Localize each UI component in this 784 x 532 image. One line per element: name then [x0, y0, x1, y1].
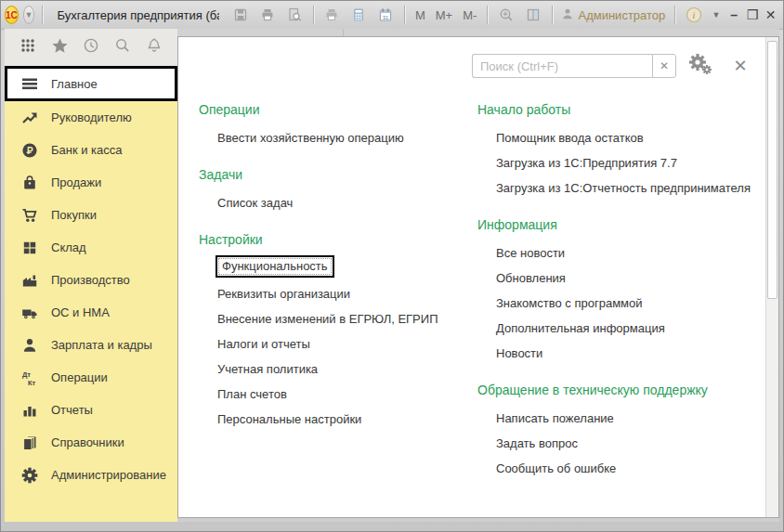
svg-text:P: P [27, 145, 33, 155]
content-link[interactable]: Ввести хозяйственную операцию [217, 125, 404, 150]
section-title: Настройки [199, 232, 477, 247]
sidebar-item-spravochniki[interactable]: Справочники [5, 426, 177, 459]
ruble-circle-icon: P [20, 142, 39, 159]
sidebar-item-proizvodstvo[interactable]: Производство [5, 264, 177, 296]
separator [552, 6, 553, 24]
panel-toolbar: ✕ ✕ [178, 37, 778, 78]
sidebar-item-bank-i-kassa[interactable]: PБанк и касса [5, 134, 177, 166]
save-button[interactable] [229, 5, 252, 25]
close-panel-button[interactable]: ✕ [725, 54, 756, 78]
content-link[interactable]: Помощник ввода остатков [496, 125, 644, 150]
section-sidebar: ГлавноеРуководителюPБанк и кассаПродажиП… [5, 29, 177, 522]
app-window: 1С ▼ Бухгалтерия предприятия (баз... (1С… [0, 0, 784, 532]
sidebar-item-rukovoditelyu[interactable]: Руководителю [5, 101, 177, 134]
hamburger-icon [20, 75, 39, 92]
person-icon [20, 337, 39, 354]
content-link[interactable]: Загрузка из 1С:Отчетность предпринимател… [496, 175, 751, 201]
calculator-button[interactable] [347, 5, 370, 25]
sidebar-toolbar [5, 29, 177, 66]
content-link[interactable]: Обновления [496, 266, 566, 291]
1c-logo-icon[interactable]: 1С [5, 6, 19, 24]
factory-icon [20, 272, 39, 289]
content-link[interactable]: Новости [496, 341, 542, 366]
vertical-scrollbar[interactable] [765, 37, 778, 517]
memory-add-button[interactable]: M+ [433, 5, 455, 25]
search-input[interactable] [472, 54, 652, 78]
close-window-button[interactable]: ✕ [764, 5, 777, 25]
content-link[interactable]: Знакомство с программой [496, 291, 643, 316]
gears-icon [688, 53, 712, 79]
zoom-button[interactable] [495, 5, 517, 25]
content-link[interactable]: Список задач [217, 190, 293, 215]
info-button[interactable]: i [683, 5, 705, 25]
sidebar-item-label: Руководителю [51, 110, 132, 124]
sidebar-item-label: Зарплата и кадры [51, 338, 152, 352]
content-link[interactable]: Загрузка из 1С:Предприятия 7.7 [496, 150, 677, 175]
section-title: Задачи [199, 167, 477, 182]
search-icon [114, 37, 131, 58]
separator [313, 6, 314, 24]
page-magnifier-icon [287, 7, 302, 22]
minimize-button[interactable]: – [727, 5, 741, 25]
user-icon [561, 7, 574, 23]
settings-button[interactable] [687, 54, 713, 78]
history-button[interactable] [81, 37, 101, 58]
content-link[interactable]: Реквизиты организации [217, 281, 350, 306]
content-link[interactable]: Сообщить об ошибке [496, 456, 616, 481]
content-link[interactable]: Дополнительная информация [496, 316, 665, 341]
search-menu-button[interactable] [112, 37, 133, 58]
content-link[interactable]: Внесение изменений в ЕГРЮЛ, ЕГРИП [217, 306, 438, 331]
sidebar-item-zarplata-i-kadry[interactable]: Зарплата и кадры [5, 329, 177, 361]
content-link[interactable]: Персональные настройки [217, 407, 361, 432]
maximize-button[interactable]: ❒ [746, 5, 760, 25]
content-link[interactable]: Задать вопрос [496, 431, 578, 456]
content-link-focused[interactable]: Функциональность [216, 255, 334, 278]
sidebar-item-operacii[interactable]: ДтКтОперации [5, 361, 177, 394]
svg-text:31: 31 [383, 15, 389, 20]
content-column-right: Начало работыПомощник ввода остатковЗагр… [477, 102, 751, 498]
sidebar-item-sklad[interactable]: Склад [5, 231, 177, 264]
trend-up-icon [20, 110, 39, 126]
start-page-content: ОперацииВвести хозяйственную операциюЗад… [178, 78, 778, 498]
start-page-panel: ✕ ✕ ОперацииВвести хозяйственную операци… [177, 36, 779, 518]
chevron-down-icon: ▼ [712, 10, 720, 19]
sidebar-item-glavnoe[interactable]: Главное [5, 66, 177, 101]
content-link[interactable]: План счетов [217, 382, 287, 407]
shopping-bag-icon [20, 175, 39, 191]
memory-store-button[interactable]: M [412, 5, 428, 25]
split-view-button[interactable] [522, 5, 544, 25]
content-link[interactable]: Написать пожелание [496, 406, 614, 431]
separator [487, 6, 488, 24]
notifications-button[interactable] [144, 37, 164, 58]
sidebar-item-pokupki[interactable]: Покупки [5, 199, 177, 231]
quick-print-button[interactable] [320, 5, 343, 25]
content-link[interactable]: Все новости [496, 240, 565, 266]
window-title: Бухгалтерия предприятия (баз... (1С:Пред… [58, 8, 219, 22]
sidebar-menu: ГлавноеРуководителюPБанк и кассаПродажиП… [5, 66, 177, 522]
content-section: ОперацииВвести хозяйственную операцию [199, 102, 477, 150]
content-section: НастройкиФункциональностьРеквизиты орган… [199, 232, 477, 432]
info-circle-icon: i [686, 6, 702, 23]
calculator-icon [351, 7, 366, 22]
content-link[interactable]: Налоги и отчеты [217, 331, 310, 357]
current-user-button[interactable]: Администратор [561, 7, 665, 23]
app-body: ГлавноеРуководителюPБанк и кассаПродажиП… [5, 29, 779, 522]
sidebar-item-administrirovanie[interactable]: Администрирование [5, 459, 177, 491]
system-menu-dropdown-button[interactable]: ▼ [23, 6, 34, 24]
sidebar-item-os-i-nma[interactable]: ОС и НМА [5, 296, 177, 329]
tools-menu-button[interactable] [18, 37, 38, 58]
scrollbar-thumb[interactable] [767, 41, 777, 299]
calendar-button[interactable]: 31 [374, 5, 397, 25]
print-button[interactable] [256, 5, 279, 25]
floppy-icon [233, 7, 248, 22]
sidebar-item-prodazhi[interactable]: Продажи [5, 166, 177, 199]
memory-subtract-button[interactable]: M- [460, 5, 479, 25]
info-dropdown-button[interactable]: ▼ [710, 5, 723, 25]
sidebar-item-otchety[interactable]: Отчеты [5, 394, 177, 426]
books-icon [20, 435, 39, 451]
content-link[interactable]: Учетная политика [217, 357, 318, 382]
close-icon: ✕ [733, 56, 747, 76]
favorites-button[interactable] [49, 37, 70, 58]
search-clear-button[interactable]: ✕ [652, 54, 676, 78]
print-preview-button[interactable] [283, 5, 306, 25]
